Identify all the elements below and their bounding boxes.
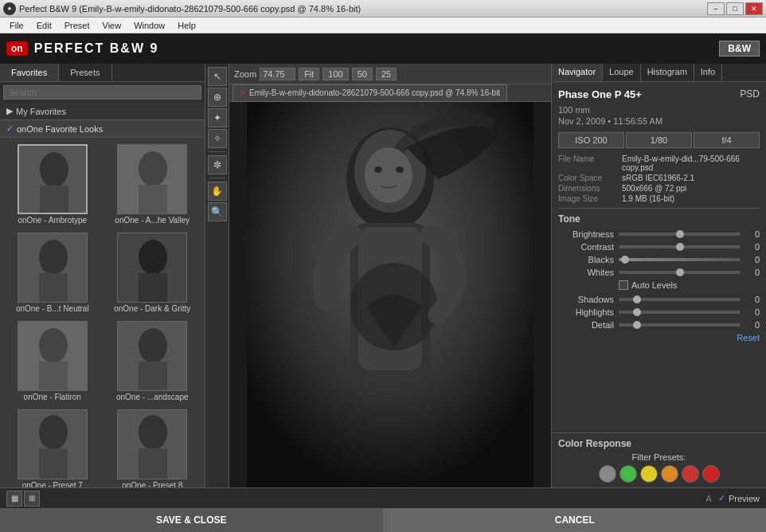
contrast-value: 0 (744, 242, 760, 252)
preview-toggle[interactable]: A ✓ Preview (706, 493, 760, 503)
preview-label: Preview (729, 494, 760, 503)
save-close-button[interactable]: SAVE & CLOSE (0, 508, 384, 532)
select-tool-button[interactable]: ↖ (208, 67, 227, 86)
color-response: Color Response Filter Presets: (552, 432, 766, 487)
meta-filename: File Name Emily-B-w-emily-did...79-500-6… (558, 155, 760, 172)
filename-value: Emily-B-w-emily-did...79-500-666 copy.ps… (622, 155, 760, 172)
list-item[interactable]: onOne - A...he Valley (104, 141, 202, 228)
zoom-input[interactable] (260, 68, 295, 80)
blacks-slider-row: Blacks 0 (558, 255, 760, 264)
zoom-50-button[interactable]: 50 (352, 68, 373, 80)
shadows-value: 0 (744, 295, 760, 304)
list-view-icon[interactable]: ⊞ (24, 491, 40, 507)
filter-green[interactable] (619, 465, 637, 483)
tab-histogram[interactable]: Histogram (641, 64, 694, 81)
tab-presets[interactable]: Presets (59, 64, 111, 81)
healing-tool-button[interactable]: ✼ (208, 155, 227, 174)
list-item[interactable]: onOne - B...t Neutral (3, 229, 102, 316)
menu-preset[interactable]: Preset (58, 21, 96, 30)
svg-rect-20 (39, 448, 68, 479)
shadows-thumb[interactable] (633, 295, 641, 303)
list-item[interactable]: onOne - Preset 7 (3, 406, 102, 487)
contrast-label: Contrast (558, 242, 614, 252)
meta-imagesize: Image Size 1.9 MB (16-bit) (558, 194, 760, 203)
filter-circles (558, 465, 760, 483)
shadows-slider-row: Shadows 0 (558, 295, 760, 304)
brightness-track[interactable] (619, 233, 741, 236)
crop-tool-button[interactable]: ⊕ (208, 88, 227, 107)
preset-thumb-1 (117, 144, 187, 214)
list-item[interactable]: onOne - Ambrotype (3, 141, 102, 228)
tab-info[interactable]: Info (694, 64, 722, 81)
highlights-thumb[interactable] (633, 308, 641, 316)
colorspace-label: Color Space (558, 174, 622, 182)
tab-loupe[interactable]: Loupe (603, 64, 641, 81)
svg-point-13 (39, 328, 68, 363)
filter-gray[interactable] (599, 465, 616, 483)
filter-red-light[interactable] (682, 465, 699, 483)
section-header[interactable]: ✓ onOne Favorite Looks (0, 120, 205, 138)
list-item[interactable]: onOne - ...andscape (104, 318, 202, 405)
list-item[interactable]: onOne - Flatiron (3, 318, 102, 405)
menu-view[interactable]: View (96, 21, 128, 30)
hand-tool-button[interactable]: ✋ (208, 182, 227, 201)
search-input[interactable] (3, 85, 201, 100)
bw-mode-button[interactable]: B&W (719, 41, 760, 57)
contrast-track[interactable] (619, 245, 741, 248)
bottom-bar: ▦ ⊞ A ✓ Preview (0, 487, 766, 508)
brightness-thumb[interactable] (676, 230, 684, 238)
filter-orange[interactable] (661, 465, 678, 483)
zoom-25-button[interactable]: 25 (376, 68, 397, 80)
colorspace-value: sRGB IEC61966-2.1 (622, 174, 694, 182)
close-button[interactable]: ✕ (745, 2, 763, 15)
menu-file[interactable]: File (3, 21, 30, 30)
menu-window[interactable]: Window (127, 21, 171, 30)
zoom-tool-button[interactable]: 🔍 (208, 202, 227, 221)
zoom-100-button[interactable]: 100 (322, 68, 348, 80)
presets-grid: onOne - Ambrotype onOne - A...he Valley … (0, 138, 205, 487)
svg-point-19 (39, 415, 68, 450)
color-response-title: Color Response (558, 438, 760, 449)
whites-track[interactable] (619, 271, 741, 274)
menu-help[interactable]: Help (171, 21, 202, 30)
detail-thumb[interactable] (633, 321, 641, 329)
image-toolbar: Zoom Fit 100 50 25 (229, 64, 551, 84)
contrast-slider-row: Contrast 0 (558, 242, 760, 252)
grid-view-icon[interactable]: ▦ (6, 491, 22, 507)
blacks-track[interactable] (619, 258, 741, 261)
tab-navigator[interactable]: Navigator (552, 64, 603, 81)
list-item[interactable]: onOne - Preset 8 (104, 406, 202, 487)
camera-model: Phase One P 45+ (558, 88, 642, 100)
detail-label: Detail (558, 320, 614, 330)
brush-tool-button[interactable]: ✦ (208, 108, 227, 127)
fit-button[interactable]: Fit (299, 68, 319, 80)
preset-thumb-3 (117, 233, 187, 303)
section-check-icon: ✓ (6, 123, 14, 134)
eraser-tool-button[interactable]: ✧ (208, 129, 227, 148)
auto-levels-checkbox[interactable] (619, 280, 628, 290)
image-canvas[interactable] (229, 102, 551, 487)
whites-thumb[interactable] (676, 268, 684, 276)
my-favorites-header[interactable]: ▶ My Favorites (0, 103, 205, 120)
reset-link[interactable]: Reset (558, 333, 760, 342)
menu-edit[interactable]: Edit (30, 21, 58, 30)
filter-yellow[interactable] (640, 465, 658, 483)
highlights-track[interactable] (619, 311, 741, 314)
image-tab[interactable]: ✕ Emily-B-w-emily-didonato-28621079-500-… (233, 84, 507, 102)
blacks-thumb[interactable] (621, 256, 629, 264)
preset-thumb-2 (18, 233, 88, 303)
filter-red-dark[interactable] (702, 465, 720, 483)
favorites-arrow-icon: ▶ (6, 106, 13, 116)
highlights-label: Highlights (558, 307, 614, 317)
list-item[interactable]: onOne - Dark & Gritty (104, 229, 202, 316)
shadows-track[interactable] (619, 298, 741, 301)
brightness-label: Brightness (558, 229, 614, 239)
cancel-button[interactable]: CANCEL (384, 508, 767, 532)
maximize-button[interactable]: □ (726, 2, 744, 15)
exposure-row: ISO 200 1/80 f/4 (558, 132, 760, 148)
detail-track[interactable] (619, 323, 741, 327)
minimize-button[interactable]: − (707, 2, 725, 15)
tab-close-icon[interactable]: ✕ (240, 88, 246, 97)
contrast-thumb[interactable] (676, 243, 684, 251)
tab-favorites[interactable]: Favorites (0, 64, 59, 81)
